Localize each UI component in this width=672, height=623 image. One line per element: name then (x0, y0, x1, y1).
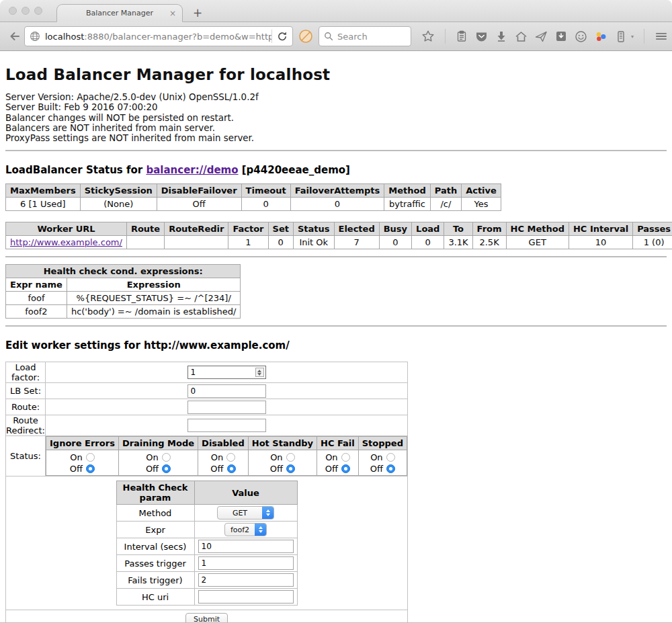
status-group-draining-mode: On Off (118, 450, 198, 476)
interval-input[interactable] (198, 540, 294, 553)
radio-off-label[interactable]: Off (70, 464, 95, 474)
radio-on-label[interactable]: On (146, 452, 170, 462)
fails-input[interactable] (198, 573, 294, 587)
hot-standby-off-radio[interactable] (286, 464, 295, 473)
status-table: Ignore Errors Draining Mode Disabled Hot… (46, 436, 407, 476)
colored-dots-button[interactable] (595, 30, 607, 43)
hc-fail-off-radio[interactable] (341, 464, 350, 473)
content-blocked-icon (298, 29, 313, 44)
stopped-off-radio[interactable] (386, 464, 395, 473)
column-header: Value (194, 481, 297, 505)
url-text[interactable]: localhost:8880/balancer-manager?b=demo&w… (45, 32, 271, 42)
toolbar-divider (644, 29, 644, 44)
draining-mode-on-radio[interactable] (162, 453, 171, 462)
reload-button[interactable] (272, 27, 292, 46)
cell-route (126, 236, 164, 249)
ignore-errors-on-radio[interactable] (86, 453, 95, 462)
column-header: HC Interval (569, 222, 632, 236)
fails-label: Fails trigger) (116, 572, 194, 589)
tab-close-icon[interactable]: × (169, 9, 176, 17)
radio-on-label[interactable]: On (211, 452, 235, 462)
disabled-on-radio[interactable] (226, 453, 235, 462)
lb-set-input[interactable] (187, 384, 266, 398)
radio-off-label[interactable]: Off (270, 464, 295, 474)
draining-mode-off-radio[interactable] (162, 464, 171, 473)
route-input[interactable] (187, 401, 266, 414)
route-redirect-input[interactable] (187, 419, 266, 432)
home-button[interactable] (515, 30, 528, 43)
server-info: Server Version: Apache/2.5.0-dev (Unix) … (5, 92, 667, 143)
radio-off-label[interactable]: Off (210, 464, 235, 474)
cell-expr-name: foof2 (6, 305, 67, 319)
cell-passes: 1 (0) (633, 236, 672, 249)
submit-cell: Submit (6, 610, 408, 623)
submit-button[interactable]: Submit (185, 613, 228, 623)
hc-param-row-method: Method GET (116, 505, 297, 522)
cell-method: bytraffic (384, 198, 430, 211)
radio-on-label[interactable]: On (270, 452, 294, 462)
back-button[interactable] (5, 27, 24, 46)
passes-input[interactable] (198, 556, 294, 570)
disabled-off-radio[interactable] (227, 464, 236, 473)
send-button[interactable] (535, 30, 548, 43)
radio-off-label[interactable]: Off (370, 464, 395, 474)
search-input[interactable]: Search (319, 26, 411, 46)
radio-on-label[interactable]: On (70, 452, 94, 462)
column-header: Elected (334, 222, 379, 236)
off-text: Off (370, 464, 383, 474)
url-bar[interactable]: localhost:8880/balancer-manager?b=demo&w… (24, 26, 293, 46)
smiley-button[interactable] (575, 30, 587, 43)
hc-fail-on-radio[interactable] (341, 453, 350, 462)
cell-stickysession: (None) (80, 198, 157, 211)
hc-params-cell: Health Check param Value Method GET Expr (6, 476, 408, 610)
hot-standby-on-radio[interactable] (286, 453, 295, 462)
worker-url-link[interactable]: http://www.example.com/ (10, 237, 122, 247)
bookmark-star-button[interactable] (421, 30, 435, 43)
window-controls[interactable] (9, 7, 42, 15)
column-header: Load (412, 222, 444, 236)
cell-expr-name: foof (6, 292, 67, 305)
load-factor-input[interactable] (187, 366, 266, 379)
ignore-errors-off-radio[interactable] (86, 464, 95, 473)
table-title-row: Health check cond. expressions: (6, 265, 241, 278)
off-text: Off (270, 464, 283, 474)
radio-on-label[interactable]: On (370, 452, 394, 462)
browser-window: Balancer Manager × + localhost:8880/bala… (0, 0, 672, 623)
balancer-demo-link[interactable]: balancer://demo (146, 164, 238, 176)
minimize-window-button[interactable] (22, 7, 30, 15)
method-select[interactable]: GET (217, 506, 274, 520)
stopped-on-radio[interactable] (386, 453, 395, 462)
box-download-button[interactable] (555, 30, 567, 42)
menu-button[interactable] (655, 30, 668, 42)
hc-uri-input[interactable] (198, 590, 294, 604)
radio-off-label[interactable]: Off (325, 464, 350, 474)
cell-hc-method: GET (506, 236, 569, 249)
column-header: DisableFailover (157, 184, 241, 198)
close-window-button[interactable] (9, 7, 17, 15)
battery-button[interactable] (615, 30, 627, 43)
download-button[interactable] (495, 30, 507, 42)
divider (5, 325, 667, 327)
search-placeholder: Search (337, 32, 368, 42)
column-header: Factor (228, 222, 268, 236)
balancer-status-heading: LoadBalancer Status for balancer://demo … (5, 164, 667, 176)
tab-balancer-manager[interactable]: Balancer Manager × (56, 4, 183, 22)
search-icon (324, 32, 333, 41)
status-column-hc-fail: HC Fail (317, 437, 359, 450)
pocket-button[interactable] (475, 30, 488, 43)
column-header: Active (462, 184, 501, 198)
clipboard-button[interactable] (456, 30, 468, 42)
radio-on-label[interactable]: On (325, 452, 349, 462)
chevron-down-icon[interactable]: ▾ (631, 34, 634, 40)
new-tab-button[interactable]: + (193, 6, 202, 19)
zoom-window-button[interactable] (34, 7, 42, 15)
column-header: Expr name (6, 278, 67, 292)
expr-select[interactable]: foof2 (224, 523, 267, 536)
divider (5, 256, 667, 257)
column-header: Path (430, 184, 461, 198)
status-column-draining-mode: Draining Mode (118, 437, 198, 450)
number-spinner-icon[interactable] (255, 368, 264, 377)
radio-off-label[interactable]: Off (146, 464, 171, 474)
edit-worker-form: Load factor: LB Set: Route: Route Redire… (5, 362, 408, 623)
content-blocked-button[interactable] (293, 29, 319, 44)
